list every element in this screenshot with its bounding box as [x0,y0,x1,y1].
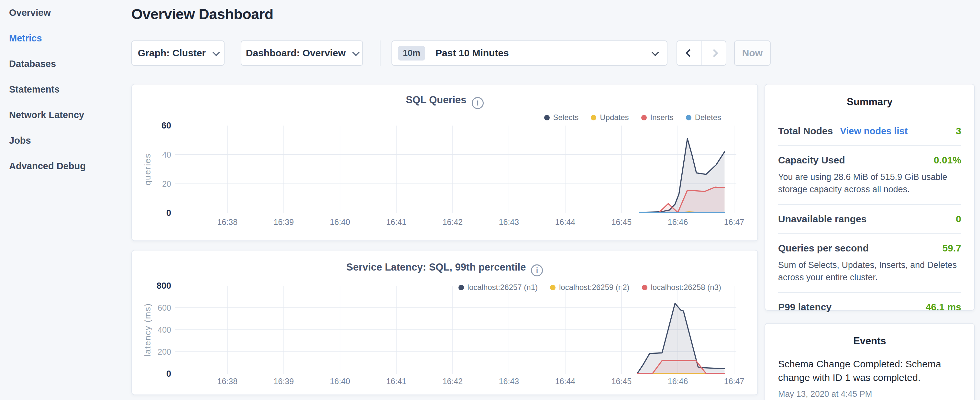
summary-row-p99-latency: P99 latency 46.1 ms [778,293,961,321]
svg-text:16:40: 16:40 [330,377,350,386]
summary-row-capacity-used: Capacity Used 0.01% You are using 28.6 M… [778,146,961,205]
svg-text:16:38: 16:38 [217,217,238,226]
svg-text:16:45: 16:45 [611,217,632,226]
svg-text:40: 40 [162,150,171,159]
summary-value: 0 [956,214,961,225]
summary-description: You are using 28.6 MiB of 515.9 GiB usab… [778,171,961,196]
chart-canvas: 16:3816:3916:4016:4116:4216:4316:4416:45… [132,84,759,242]
sidebar-item-network-latency[interactable]: Network Latency [0,102,129,128]
summary-row-queries-per-second: Queries per second 59.7 Sum of Selects, … [778,234,961,293]
sql-queries-chart-card: SQL Queriesi SelectsUpdatesInsertsDelete… [131,84,758,241]
svg-text:16:43: 16:43 [499,377,519,386]
summary-rows: Total Nodes View nodes list 3 Capacity U… [778,117,961,321]
sidebar-item-advanced-debug[interactable]: Advanced Debug [0,153,129,179]
svg-text:800: 800 [157,281,171,291]
sidebar: Overview Metrics Databases Statements Ne… [0,0,129,400]
service-latency-chart-card: Service Latency: SQL, 99th percentilei l… [131,250,758,395]
event-item[interactable]: Schema Change Completed: Schema change w… [778,357,961,399]
svg-text:16:38: 16:38 [217,377,238,386]
time-window-label: Past 10 Minutes [436,48,509,59]
sidebar-item-metrics[interactable]: Metrics [0,25,129,51]
svg-text:16:47: 16:47 [724,377,745,386]
dashboard-dropdown[interactable]: Dashboard: Overview [241,40,363,66]
svg-text:0: 0 [166,208,171,218]
svg-text:16:45: 16:45 [611,377,632,386]
summary-row-total-nodes: Total Nodes View nodes list 3 [778,117,961,146]
time-pager [676,40,726,66]
chevron-down-icon [213,49,220,56]
summary-value: 59.7 [942,243,961,254]
now-button[interactable]: Now [734,40,771,66]
summary-card: Summary Total Nodes View nodes list 3 Ca… [765,84,975,311]
svg-text:16:44: 16:44 [555,377,576,386]
svg-text:16:42: 16:42 [442,217,463,226]
controls-divider [380,40,380,66]
svg-text:latency (ms): latency (ms) [143,303,153,357]
svg-text:16:44: 16:44 [555,217,576,226]
summary-description: Sum of Selects, Updates, Inserts, and De… [778,259,961,284]
svg-text:600: 600 [158,303,171,312]
controls-row: Graph: Cluster Dashboard: Overview 10m P… [131,40,771,66]
summary-label: P99 latency [778,302,832,312]
chevron-down-icon [652,49,659,56]
summary-label: Total Nodes [778,126,833,137]
sidebar-item-databases[interactable]: Databases [0,51,129,77]
event-message: Schema Change Completed: Schema change w… [778,357,961,384]
svg-text:16:43: 16:43 [499,217,519,226]
view-nodes-list-link[interactable]: View nodes list [840,126,908,137]
sidebar-item-jobs[interactable]: Jobs [0,128,129,153]
summary-label: Capacity Used [778,155,845,166]
sidebar-item-overview[interactable]: Overview [0,0,129,25]
time-window-badge: 10m [398,46,425,61]
graph-dropdown-label: Graph: Cluster [138,48,206,59]
chevron-down-icon [352,49,360,56]
svg-text:16:41: 16:41 [386,217,407,226]
chevron-left-icon [685,49,694,57]
svg-text:16:46: 16:46 [668,217,688,226]
summary-value: 0.01% [934,155,961,166]
svg-text:16:46: 16:46 [668,377,688,386]
svg-text:16:39: 16:39 [274,217,294,226]
time-window-selector[interactable]: 10m Past 10 Minutes [391,40,667,66]
svg-text:60: 60 [161,121,171,131]
summary-row-unavailable-ranges: Unavailable ranges 0 [778,205,961,234]
dashboard-dropdown-label: Dashboard: Overview [246,48,345,59]
svg-text:200: 200 [158,347,171,356]
page-title: Overview Dashboard [131,6,274,23]
summary-value: 46.1 ms [926,302,961,312]
next-timewindow-button[interactable] [702,41,726,65]
sidebar-item-statements[interactable]: Statements [0,77,129,102]
chevron-right-icon [710,49,718,57]
svg-text:20: 20 [162,179,171,188]
svg-text:16:47: 16:47 [724,217,745,226]
event-timestamp: May 13, 2020 at 4:45 PM [778,389,961,399]
svg-text:queries: queries [143,153,153,185]
chart-canvas: 16:3816:3916:4016:4116:4216:4316:4416:45… [132,250,759,396]
summary-label: Unavailable ranges [778,214,866,225]
prev-timewindow-button[interactable] [677,41,702,65]
svg-text:16:42: 16:42 [442,377,463,386]
summary-value: 3 [956,126,961,137]
events-title: Events [778,335,961,347]
svg-text:0: 0 [166,369,171,379]
svg-text:16:40: 16:40 [330,217,350,226]
svg-text:16:39: 16:39 [274,377,294,386]
graph-dropdown[interactable]: Graph: Cluster [131,40,224,66]
svg-text:400: 400 [158,325,171,334]
summary-label: Queries per second [778,243,869,254]
main-content: Overview Dashboard Graph: Cluster Dashbo… [131,0,758,400]
summary-title: Summary [778,96,961,108]
svg-text:16:41: 16:41 [386,377,407,386]
events-card: Events Schema Change Completed: Schema c… [765,323,975,400]
